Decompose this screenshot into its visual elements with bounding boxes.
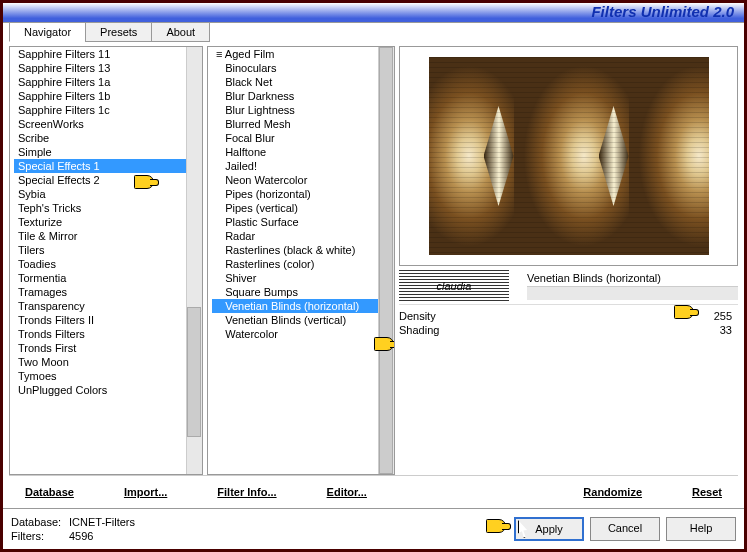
category-item[interactable]: Transparency [14,299,202,313]
category-item[interactable]: Sapphire Filters 1c [14,103,202,117]
filter-item[interactable]: Rasterlines (black & white) [212,243,394,257]
category-item[interactable]: Tilers [14,243,202,257]
category-item[interactable]: UnPlugged Colors [14,383,202,397]
filter-item[interactable]: Pipes (vertical) [212,201,394,215]
editor-button[interactable]: Editor... [317,482,377,502]
author-watermark: claudia [399,270,509,302]
parameter-panel: Density255Shading33 [399,304,738,475]
scrollbar-thumb[interactable] [379,47,393,474]
filter-scrollbar[interactable] [378,47,394,474]
pointer-icon [374,337,395,355]
category-item[interactable]: Toadies [14,257,202,271]
preview-panel [399,46,738,266]
preview-image [429,57,709,255]
parameter-value: 255 [704,310,732,322]
category-item[interactable]: Sapphire Filters 1b [14,89,202,103]
filter-item[interactable]: Rasterlines (color) [212,257,394,271]
filter-item[interactable]: Square Bumps [212,285,394,299]
category-item[interactable]: Tormentia [14,271,202,285]
filter-item[interactable]: Halftone [212,145,394,159]
filter-name-label: Venetian Blinds (horizontal) [527,272,738,284]
category-item[interactable]: Two Moon [14,355,202,369]
pointer-icon [674,305,698,323]
filter-listbox[interactable]: ≡ Aged Film Binoculars Black Net Blur Da… [207,46,395,475]
filter-item[interactable]: Radar [212,229,394,243]
status-text: Database:ICNET-Filters Filters:4596 [11,515,135,543]
filter-item[interactable]: Blur Darkness [212,89,394,103]
parameter-label: Shading [399,324,704,336]
category-scrollbar[interactable] [186,47,202,474]
reset-button[interactable]: Reset [682,482,732,502]
app-title: Filters Unlimited 2.0 [591,3,734,20]
tab-navigator[interactable]: Navigator [9,22,86,42]
category-item[interactable]: Tronds Filters [14,327,202,341]
filter-item[interactable]: Shiver [212,271,394,285]
category-item[interactable]: ScreenWorks [14,117,202,131]
tab-presets[interactable]: Presets [85,22,152,42]
category-item[interactable]: Tymoes [14,369,202,383]
filter-item[interactable]: Watercolor [212,327,394,341]
category-item[interactable]: Tronds Filters II [14,313,202,327]
category-listbox[interactable]: Sapphire Filters 11Sapphire Filters 13Sa… [9,46,203,475]
cursor-icon [518,520,532,538]
category-item[interactable]: Scribe [14,131,202,145]
help-button[interactable]: Help [666,517,736,541]
pointer-icon [134,175,158,193]
category-item[interactable]: Sapphire Filters 11 [14,47,202,61]
filter-item[interactable]: Black Net [212,75,394,89]
filter-item[interactable]: Venetian Blinds (vertical) [212,313,394,327]
parameter-value: 33 [704,324,732,336]
randomize-button[interactable]: Randomize [573,482,652,502]
category-item[interactable]: Texturize [14,215,202,229]
category-item[interactable]: Tramages [14,285,202,299]
database-button[interactable]: Database [15,482,84,502]
category-item[interactable]: Tile & Mirror [14,229,202,243]
filter-item[interactable]: Jailed! [212,159,394,173]
filter-item[interactable]: Blurred Mesh [212,117,394,131]
scrollbar-thumb[interactable] [187,307,201,437]
category-item[interactable]: Tronds First [14,341,202,355]
filter-item[interactable]: Venetian Blinds (horizontal) [212,299,394,313]
filter-info-button[interactable]: Filter Info... [207,482,286,502]
category-item[interactable]: Sapphire Filters 1a [14,75,202,89]
filter-item[interactable]: Focal Blur [212,131,394,145]
category-item[interactable]: Simple [14,145,202,159]
category-item[interactable]: Teph's Tricks [14,201,202,215]
tab-bar: NavigatorPresetsAbout [3,22,744,42]
filter-item[interactable]: ≡ Aged Film [212,47,394,61]
filter-name-slider[interactable] [527,286,738,300]
pointer-icon [486,519,510,537]
parameter-label: Density [399,310,704,322]
import-button[interactable]: Import... [114,482,177,502]
category-item[interactable]: Sapphire Filters 13 [14,61,202,75]
tab-about[interactable]: About [151,22,210,42]
titlebar: Filters Unlimited 2.0 [3,3,744,23]
category-item[interactable]: Special Effects 2 [14,173,202,187]
filter-item[interactable]: Blur Lightness [212,103,394,117]
filter-item[interactable]: Neon Watercolor [212,173,394,187]
category-item[interactable]: Special Effects 1 [14,159,202,173]
filter-item[interactable]: Binoculars [212,61,394,75]
cancel-button[interactable]: Cancel [590,517,660,541]
category-item[interactable]: Sybia [14,187,202,201]
parameter-row[interactable]: Shading33 [399,323,738,337]
filter-item[interactable]: Plastic Surface [212,215,394,229]
filter-item[interactable]: Pipes (horizontal) [212,187,394,201]
